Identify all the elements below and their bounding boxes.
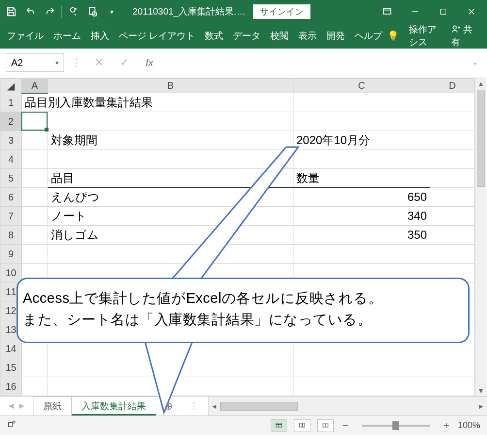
col-header-D[interactable]: D bbox=[430, 79, 475, 93]
cell-C2[interactable] bbox=[293, 112, 430, 131]
svg-marker-7 bbox=[145, 340, 193, 413]
row-header-14[interactable]: 14 bbox=[0, 339, 22, 358]
undo-icon[interactable] bbox=[22, 3, 39, 20]
accept-formula-icon: ✓ bbox=[114, 53, 134, 72]
ribbon-options-icon[interactable] bbox=[374, 0, 400, 23]
callout-line-2: また、シート名は「入庫数集計結果」になっている。 bbox=[23, 309, 463, 331]
col-header-A[interactable]: A bbox=[22, 79, 48, 93]
tab-file[interactable]: ファイル bbox=[2, 23, 49, 49]
svg-rect-11 bbox=[300, 423, 302, 427]
scroll-down-icon[interactable]: ▼ bbox=[475, 385, 487, 396]
row-header-10[interactable]: 10 bbox=[0, 264, 22, 282]
callout-line-1: Access上で集計した値がExcelの各セルに反映される。 bbox=[23, 288, 463, 309]
svg-point-9 bbox=[13, 421, 15, 423]
cell-C1[interactable] bbox=[293, 93, 430, 112]
tab-developer[interactable]: 開発 bbox=[322, 23, 350, 49]
cell-C8[interactable]: 350 bbox=[293, 226, 430, 245]
svg-rect-4 bbox=[441, 9, 446, 15]
tab-formulas[interactable]: 数式 bbox=[200, 23, 228, 49]
tab-nav-arrows[interactable]: ◄ ► bbox=[0, 397, 33, 415]
redo-icon[interactable] bbox=[42, 3, 58, 20]
resize-handle[interactable]: ⋮ bbox=[70, 57, 83, 68]
select-all-corner[interactable]: ◢ bbox=[0, 79, 22, 93]
cell-A1[interactable]: 品目別入庫数量集計結果 bbox=[22, 93, 293, 112]
cell-A3[interactable] bbox=[22, 131, 48, 150]
scroll-up-icon[interactable]: ▲ bbox=[475, 78, 487, 89]
row-header-3[interactable]: 3 bbox=[0, 131, 22, 150]
print-preview-icon[interactable] bbox=[84, 3, 100, 20]
view-pagebreak-button[interactable] bbox=[317, 419, 334, 432]
view-pagelayout-button[interactable] bbox=[294, 419, 310, 432]
scroll-right-icon[interactable]: ► bbox=[475, 402, 487, 410]
cell-D3[interactable] bbox=[430, 131, 475, 150]
vertical-scrollbar[interactable]: ▲ ▼ bbox=[475, 78, 487, 396]
sheet-tab-original[interactable]: 原紙 bbox=[33, 397, 72, 415]
formula-bar: A2 ▾ ⋮ ✕ ✓ fx ⌄ bbox=[0, 49, 487, 78]
svg-marker-6 bbox=[170, 147, 298, 282]
macro-record-icon[interactable] bbox=[7, 420, 16, 431]
cell-C3[interactable]: 2020年10月分 bbox=[293, 131, 430, 150]
tab-view[interactable]: 表示 bbox=[293, 23, 322, 49]
tab-nav-prev-icon[interactable]: ◄ bbox=[7, 401, 16, 411]
row-header-2[interactable]: 2 bbox=[0, 112, 22, 131]
title-bar: ▾ 20110301_入庫集計結果.… サインイン bbox=[0, 0, 487, 23]
formula-input[interactable] bbox=[165, 53, 463, 72]
svg-rect-8 bbox=[8, 422, 13, 427]
cancel-formula-icon: ✕ bbox=[89, 53, 109, 72]
tab-insert[interactable]: 挿入 bbox=[86, 23, 114, 49]
cell-C7[interactable]: 340 bbox=[293, 207, 430, 226]
view-normal-button[interactable] bbox=[271, 419, 287, 432]
callout-pointer-1 bbox=[165, 146, 310, 286]
cell-B2[interactable] bbox=[48, 112, 293, 131]
tab-data[interactable]: データ bbox=[228, 23, 265, 49]
maximize-button[interactable] bbox=[431, 0, 456, 23]
cell-D2[interactable] bbox=[430, 112, 475, 131]
hscroll-thumb[interactable] bbox=[220, 402, 298, 411]
share-button[interactable]: 共有 bbox=[451, 23, 472, 49]
tab-nav-next-icon[interactable]: ► bbox=[17, 401, 26, 411]
name-box[interactable]: A2 ▾ bbox=[6, 53, 64, 72]
cell-D1[interactable] bbox=[430, 93, 475, 112]
row-header-8[interactable]: 8 bbox=[0, 226, 22, 245]
zoom-out-button[interactable]: − bbox=[341, 419, 350, 432]
row-header-7[interactable]: 7 bbox=[0, 207, 22, 226]
row-header-6[interactable]: 6 bbox=[0, 188, 22, 207]
tab-pagelayout[interactable]: ページ レイアウト bbox=[114, 23, 200, 49]
col-header-B[interactable]: B bbox=[48, 79, 293, 93]
svg-point-5 bbox=[453, 26, 456, 29]
tab-home[interactable]: ホーム bbox=[49, 23, 86, 49]
tell-me-input[interactable]: 操作アシス bbox=[409, 23, 441, 49]
signin-button[interactable]: サインイン bbox=[253, 4, 310, 19]
row-header-1[interactable]: 1 bbox=[0, 93, 22, 112]
row-header-15[interactable]: 15 bbox=[0, 358, 22, 377]
horizontal-scrollbar[interactable]: ◄ ► bbox=[208, 397, 487, 415]
touch-mode-icon[interactable] bbox=[65, 3, 81, 20]
col-header-C[interactable]: C bbox=[293, 79, 430, 93]
sheet-tabs-bar: ◄ ► 原紙 入庫数集計結果 ⊕ ⋮ ◄ ► bbox=[0, 396, 487, 415]
minimize-button[interactable] bbox=[403, 0, 428, 23]
tab-review[interactable]: 校閲 bbox=[265, 23, 293, 49]
callout-pointer-2 bbox=[135, 340, 212, 417]
row-header-4[interactable]: 4 bbox=[0, 150, 22, 169]
fx-icon[interactable]: fx bbox=[146, 57, 153, 68]
cell-C6[interactable]: 650 bbox=[293, 188, 430, 207]
ribbon-tabs: ファイル ホーム 挿入 ページ レイアウト 数式 データ 校閲 表示 開発 ヘル… bbox=[0, 23, 487, 49]
zoom-level[interactable]: 100% bbox=[458, 420, 480, 431]
zoom-slider[interactable] bbox=[362, 425, 430, 427]
zoom-in-button[interactable]: + bbox=[441, 419, 451, 432]
svg-point-0 bbox=[70, 8, 75, 12]
tab-help[interactable]: ヘルプ bbox=[350, 23, 387, 49]
close-button[interactable] bbox=[459, 0, 484, 23]
expand-formula-bar-icon[interactable]: ⌄ bbox=[469, 59, 481, 66]
cell-C5[interactable]: 数量 bbox=[293, 169, 430, 188]
document-title: 20110301_入庫集計結果.… bbox=[132, 5, 245, 18]
cell-A2[interactable] bbox=[22, 112, 48, 131]
svg-rect-12 bbox=[303, 423, 305, 427]
row-header-9[interactable]: 9 bbox=[0, 245, 22, 264]
row-header-5[interactable]: 5 bbox=[0, 169, 22, 188]
chevron-down-icon[interactable]: ▾ bbox=[55, 59, 59, 66]
scroll-thumb[interactable] bbox=[477, 90, 485, 187]
save-icon[interactable] bbox=[3, 3, 19, 20]
qat-customize-icon[interactable]: ▾ bbox=[103, 3, 120, 20]
row-header-16[interactable]: 16 bbox=[0, 377, 22, 396]
